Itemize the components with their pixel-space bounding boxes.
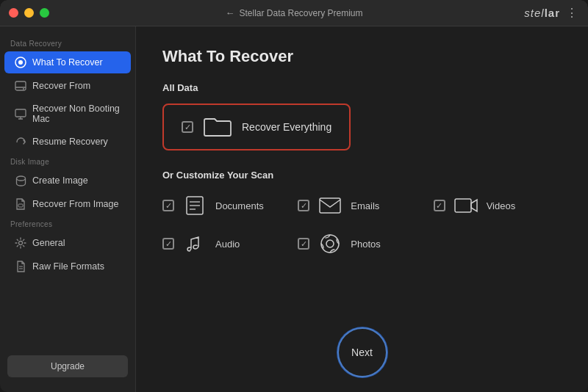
next-button[interactable]: Next — [337, 327, 387, 377]
svg-point-10 — [19, 242, 23, 245]
sidebar-label-raw-file-formats: Raw File Formats — [32, 261, 104, 272]
upgrade-button[interactable]: Upgrade — [7, 355, 128, 377]
titlebar: ← Stellar Data Recovery Premium stellar … — [0, 0, 588, 26]
audio-icon — [182, 232, 208, 255]
svg-point-4 — [23, 88, 24, 90]
audio-checkbox[interactable] — [162, 238, 174, 250]
sidebar-section-disk-image: Disk Image — [0, 153, 135, 169]
svg-point-20 — [326, 240, 334, 247]
photos-label: Photos — [351, 239, 380, 250]
documents-checkbox[interactable] — [162, 200, 174, 211]
scan-option-videos[interactable]: Videos — [434, 194, 562, 217]
scan-option-audio[interactable]: Audio — [162, 232, 290, 255]
minimize-button[interactable] — [24, 8, 34, 18]
page-title: What To Recover — [162, 47, 562, 66]
sidebar-item-what-to-recover[interactable]: What To Recover — [4, 51, 131, 73]
close-button[interactable] — [9, 8, 18, 18]
scan-option-photos[interactable]: Photos — [298, 232, 426, 255]
svg-point-19 — [321, 235, 339, 253]
window-title: ← Stellar Data Recovery Premium — [225, 7, 362, 18]
all-data-label: All Data — [162, 82, 562, 93]
app-layout: Data Recovery What To Recover Recover Fr… — [0, 26, 588, 392]
recover-everything-label: Recover Everything — [242, 121, 331, 133]
videos-label: Videos — [487, 200, 516, 211]
circle-check-icon — [15, 57, 26, 68]
sidebar-item-create-image[interactable]: Create Image — [4, 170, 131, 192]
svg-point-1 — [18, 60, 23, 65]
svg-rect-5 — [15, 109, 26, 117]
photos-checkbox[interactable] — [298, 238, 309, 250]
sidebar-label-general: General — [32, 238, 65, 248]
customize-label: Or Customize Your Scan — [162, 170, 562, 181]
file-image-icon — [15, 198, 26, 210]
stellar-logo: stellar — [524, 7, 560, 19]
hard-drive-icon — [15, 80, 26, 92]
sidebar-item-recover-from[interactable]: Recover From — [4, 75, 131, 97]
svg-rect-17 — [320, 198, 340, 213]
disk-icon — [15, 175, 26, 186]
title-text: Stellar Data Recovery Premium — [239, 8, 362, 18]
svg-point-8 — [16, 176, 25, 181]
refresh-icon — [15, 136, 26, 148]
photos-icon — [317, 232, 343, 255]
recover-everything-checkbox[interactable] — [182, 121, 193, 133]
back-icon[interactable]: ← — [225, 7, 234, 18]
file-icon — [15, 261, 26, 272]
scan-options-grid: Documents Emails — [162, 194, 562, 255]
recover-everything-option[interactable]: Recover Everything — [162, 104, 351, 150]
sidebar-section-preferences: Preferences — [0, 216, 135, 231]
sidebar-label-resume-recovery: Resume Recovery — [32, 137, 108, 147]
maximize-button[interactable] — [40, 8, 49, 18]
videos-checkbox[interactable] — [434, 200, 445, 211]
emails-label: Emails — [351, 200, 379, 211]
gear-icon — [15, 237, 26, 249]
scan-option-emails[interactable]: Emails — [298, 194, 426, 217]
sidebar-label-recover-non-booting: Recover Non Booting Mac — [32, 104, 121, 124]
menu-icon[interactable]: ⋮ — [566, 6, 578, 20]
emails-checkbox[interactable] — [298, 200, 309, 211]
traffic-lights — [9, 8, 49, 18]
main-content: What To Recover All Data Recover Everyth… — [136, 26, 588, 392]
sidebar-item-resume-recovery[interactable]: Resume Recovery — [4, 131, 131, 153]
videos-icon — [453, 194, 479, 217]
sidebar-label-create-image: Create Image — [32, 175, 88, 186]
sidebar-item-general[interactable]: General — [4, 232, 131, 254]
documents-icon — [182, 194, 208, 217]
next-button-container: Next — [337, 327, 387, 377]
sidebar-item-raw-file-formats[interactable]: Raw File Formats — [4, 255, 131, 277]
svg-rect-18 — [455, 199, 471, 212]
sidebar-item-recover-from-image[interactable]: Recover From Image — [4, 193, 131, 215]
audio-label: Audio — [215, 239, 240, 250]
documents-label: Documents — [215, 200, 264, 211]
folder-icon — [204, 115, 232, 139]
sidebar-label-recover-from-image: Recover From Image — [32, 199, 118, 209]
monitor-icon — [15, 108, 26, 120]
sidebar-label-recover-from: Recover From — [32, 81, 90, 91]
sidebar: Data Recovery What To Recover Recover Fr… — [0, 26, 136, 392]
emails-icon — [317, 194, 343, 217]
sidebar-item-recover-non-booting[interactable]: Recover Non Booting Mac — [4, 98, 131, 129]
sidebar-label-what-to-recover: What To Recover — [32, 57, 103, 68]
svg-rect-9 — [18, 204, 23, 207]
scan-option-documents[interactable]: Documents — [162, 194, 290, 217]
sidebar-section-data-recovery: Data Recovery — [0, 35, 135, 51]
